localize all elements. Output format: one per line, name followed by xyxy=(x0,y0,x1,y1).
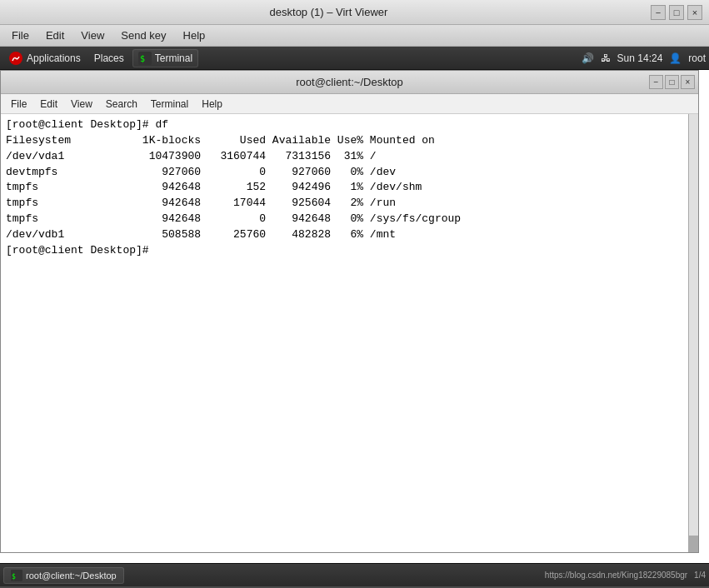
window-controls: − □ × xyxy=(651,5,702,20)
bottom-taskbar: $ root@client:~/Desktop https://blog.csd… xyxy=(0,563,709,586)
terminal-minimize-button[interactable]: − xyxy=(649,75,663,89)
terminal-taskbar-button[interactable]: $ Terminal xyxy=(132,49,198,67)
taskbar-terminal-item[interactable]: $ root@client:~/Desktop xyxy=(3,567,124,584)
menu-edit[interactable]: Edit xyxy=(37,27,72,43)
terminal-output[interactable]: [root@client Desktop]# df Filesystem 1K-… xyxy=(1,114,698,552)
page-info: 1/4 xyxy=(694,571,706,580)
window-title: desktop (1) – Virt Viewer xyxy=(7,6,651,18)
maximize-button[interactable]: □ xyxy=(669,5,684,20)
menu-view[interactable]: View xyxy=(72,27,112,43)
url-hint: https://blog.csdn.net/King18229085bgr xyxy=(545,571,687,580)
username: root xyxy=(688,52,706,64)
outer-menu-bar: File Edit View Send key Help xyxy=(0,25,709,47)
user-icon: 👤 xyxy=(669,52,682,64)
svg-text:$: $ xyxy=(140,54,145,63)
volume-icon: 🔊 xyxy=(582,52,594,64)
menu-help[interactable]: Help xyxy=(175,27,214,43)
redhat-icon xyxy=(8,51,23,66)
terminal-window: root@client:~/Desktop − □ × File Edit Vi… xyxy=(0,70,699,553)
svg-text:$: $ xyxy=(12,573,16,581)
gnome-panel-left: Applications Places $ Terminal xyxy=(3,49,198,67)
terminal-maximize-button[interactable]: □ xyxy=(665,75,679,89)
taskbar-task-label: root@client:~/Desktop xyxy=(26,571,117,581)
menu-file[interactable]: File xyxy=(3,27,37,43)
terminal-title-bar: root@client:~/Desktop − □ × xyxy=(1,71,698,94)
terminal-window-controls: − □ × xyxy=(649,75,695,89)
term-menu-help[interactable]: Help xyxy=(195,97,229,112)
network-icon: 🖧 xyxy=(601,52,611,64)
terminal-icon: $ xyxy=(138,52,152,65)
applications-label: Applications xyxy=(27,52,81,64)
terminal-menu-bar: File Edit View Search Terminal Help xyxy=(1,94,698,114)
gnome-panel-right: 🔊 🖧 Sun 14:24 👤 root xyxy=(582,52,706,64)
terminal-button-label: Terminal xyxy=(155,52,192,64)
terminal-scrollbar[interactable] xyxy=(688,114,698,552)
outer-title-bar: desktop (1) – Virt Viewer − □ × xyxy=(0,0,709,25)
terminal-close-button[interactable]: × xyxy=(681,75,695,89)
terminal-task-icon: $ xyxy=(11,570,22,581)
term-menu-edit[interactable]: Edit xyxy=(33,97,64,112)
term-menu-search[interactable]: Search xyxy=(99,97,144,112)
applications-button[interactable]: Applications xyxy=(3,49,86,67)
places-button[interactable]: Places xyxy=(89,51,129,66)
close-button[interactable]: × xyxy=(687,5,702,20)
term-menu-view[interactable]: View xyxy=(64,97,99,112)
minimize-button[interactable]: − xyxy=(651,5,666,20)
scrollbar-thumb[interactable] xyxy=(688,536,698,552)
term-menu-terminal[interactable]: Terminal xyxy=(144,97,195,112)
clock: Sun 14:24 xyxy=(617,52,663,64)
terminal-title: root@client:~/Desktop xyxy=(296,76,402,88)
menu-sendkey[interactable]: Send key xyxy=(112,27,174,43)
virt-viewer-area: root@client:~/Desktop − □ × File Edit Vi… xyxy=(0,70,709,586)
term-menu-file[interactable]: File xyxy=(4,97,33,112)
gnome-panel: Applications Places $ Terminal 🔊 🖧 Sun 1… xyxy=(0,47,709,70)
